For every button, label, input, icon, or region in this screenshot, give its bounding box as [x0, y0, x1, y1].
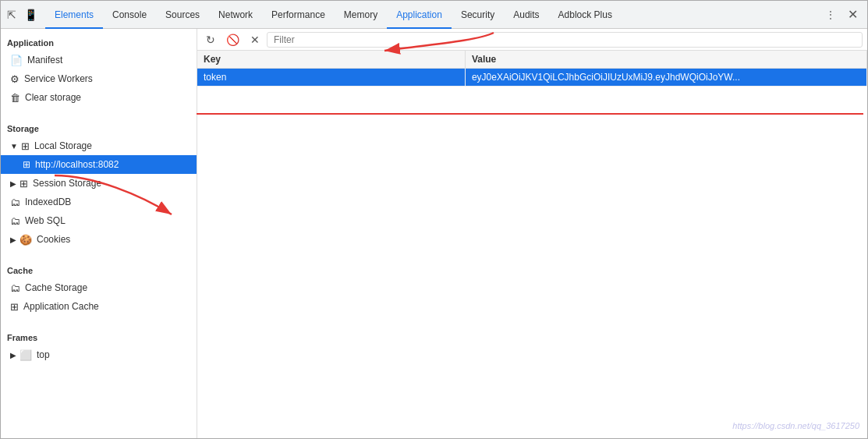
tab-adblock-plus[interactable]: Adblock Plus	[549, 1, 622, 29]
local-storage-label: Local Storage	[34, 140, 190, 151]
table-row[interactable]: token eyJ0eXAiOiJKV1QiLCJhbGciOiJIUzUxMi…	[197, 69, 867, 87]
cylinder-icon: 🗂	[10, 196, 20, 208]
tab-elements[interactable]: Elements	[45, 1, 103, 29]
sidebar-item-session-storage[interactable]: ▶ ⊞ Session Storage	[1, 174, 197, 193]
sidebar-item-app-cache[interactable]: ⊞ Application Cache	[1, 297, 197, 316]
sidebar-item-manifest[interactable]: 📄 Manifest	[1, 51, 197, 69]
filter-box	[267, 32, 863, 48]
sidebar-item-indexeddb[interactable]: 🗂 IndexedDB	[1, 193, 197, 211]
sidebar-section-frames: Frames	[1, 327, 197, 345]
sidebar-section-application: Application	[1, 32, 197, 51]
cache-storage-label: Cache Storage	[25, 282, 190, 293]
frame-icon: ⬜	[19, 349, 32, 361]
tab-audits[interactable]: Audits	[504, 1, 548, 29]
divider-2	[1, 249, 197, 257]
sidebar-item-service-workers[interactable]: ⚙ Service Workers	[1, 69, 197, 88]
cookies-arrow-icon: ▶	[10, 235, 16, 244]
close-devtools-button[interactable]: ✕	[841, 7, 864, 22]
right-panel: ↻ 🚫 ✕ Key Value tok	[197, 29, 867, 438]
stop-button[interactable]: 🚫	[222, 31, 243, 48]
top-arrow-icon: ▶	[10, 351, 16, 359]
value-cell: eyJ0eXAiOiJKV1QiLCJhbGciOiJIUzUxMiJ9.eyJ…	[465, 69, 866, 87]
sidebar: Application 📄 Manifest ⚙ Service Workers…	[1, 29, 197, 438]
sidebar-item-cache-storage[interactable]: 🗂 Cache Storage	[1, 278, 197, 297]
devtools-icons: ⇱ 📱	[4, 7, 41, 23]
watermark: https://blog.csdn.net/qq_3617250	[732, 421, 859, 430]
manifest-label: Manifest	[27, 55, 190, 65]
sql-icon: 🗂	[10, 215, 20, 227]
tab-memory[interactable]: Memory	[335, 1, 387, 29]
top-label: top	[37, 349, 190, 360]
websql-label: Web SQL	[25, 215, 190, 226]
more-tabs-button[interactable]: ⋮	[820, 9, 841, 20]
tab-sources[interactable]: Sources	[156, 1, 209, 29]
trash-icon: 🗑	[10, 92, 20, 104]
table-header-row: Key Value	[197, 51, 867, 69]
session-grid-icon: ⊞	[19, 178, 28, 189]
tab-application[interactable]: Application	[387, 1, 452, 29]
indexeddb-label: IndexedDB	[25, 196, 190, 207]
main-content: Application 📄 Manifest ⚙ Service Workers…	[1, 29, 867, 438]
grid-icon: ⊞	[21, 140, 30, 152]
sidebar-item-local-storage[interactable]: ▼ ⊞ Local Storage	[1, 136, 197, 155]
grid-sub-icon: ⊞	[23, 159, 30, 170]
cookie-icon: 🍪	[19, 234, 32, 246]
filter-input[interactable]	[271, 33, 859, 47]
cursor-icon[interactable]: ⇱	[4, 7, 19, 23]
data-table: Key Value token eyJ0eXAiOiJKV1QiLCJhbGci…	[197, 51, 867, 438]
sidebar-item-websql[interactable]: 🗂 Web SQL	[1, 211, 197, 230]
expand-arrow-icon: ▶	[10, 179, 16, 188]
cookies-label: Cookies	[37, 234, 190, 245]
divider-3	[1, 316, 197, 324]
application-cache-label: Application Cache	[23, 301, 190, 312]
collapse-arrow-icon: ▼	[10, 142, 18, 150]
sidebar-section-cache: Cache	[1, 260, 197, 278]
sidebar-item-localhost[interactable]: ⊞ http://localhost:8082	[1, 155, 197, 174]
panel-toolbar: ↻ 🚫 ✕	[197, 29, 867, 51]
gear-icon: ⚙	[10, 73, 19, 85]
tab-security[interactable]: Security	[452, 1, 504, 29]
sidebar-section-storage: Storage	[1, 118, 197, 136]
session-storage-label: Session Storage	[33, 178, 190, 189]
device-icon[interactable]: 📱	[21, 7, 41, 23]
sidebar-item-clear-storage[interactable]: 🗑 Clear storage	[1, 88, 197, 107]
clear-storage-label: Clear storage	[25, 92, 190, 103]
tab-bar: ⇱ 📱 Elements Console Sources Network Per…	[1, 1, 867, 29]
sidebar-item-top[interactable]: ▶ ⬜ top	[1, 345, 197, 364]
sidebar-item-cookies[interactable]: ▶ 🍪 Cookies	[1, 230, 197, 249]
col-value-header: Value	[465, 51, 866, 69]
clear-button[interactable]: ✕	[246, 31, 264, 48]
tab-console[interactable]: Console	[103, 1, 156, 29]
tab-network[interactable]: Network	[209, 1, 262, 29]
app-cache-icon: ⊞	[10, 301, 19, 313]
file-icon: 📄	[10, 55, 23, 66]
service-workers-label: Service Workers	[24, 73, 190, 84]
col-key-header: Key	[197, 51, 465, 69]
tab-performance[interactable]: Performance	[262, 1, 335, 29]
divider-1	[1, 107, 197, 115]
reload-button[interactable]: ↻	[202, 31, 219, 48]
storage-table: Key Value token eyJ0eXAiOiJKV1QiLCJhbGci…	[197, 51, 867, 87]
key-cell: token	[197, 69, 465, 87]
localhost-label: http://localhost:8082	[35, 159, 119, 170]
cache-icon: 🗂	[10, 282, 20, 294]
